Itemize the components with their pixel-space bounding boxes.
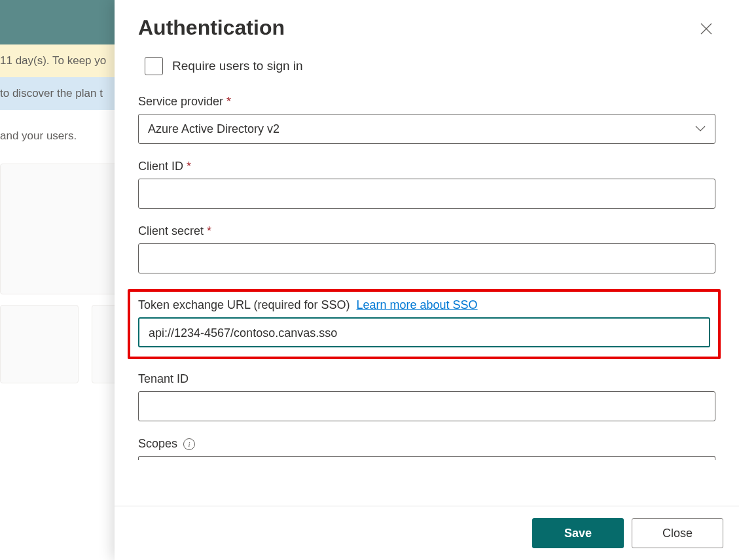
scopes-field: Scopes i	[138, 437, 715, 460]
tenant-id-label: Tenant ID	[138, 372, 715, 386]
panel-footer: Save Close	[115, 506, 739, 560]
token-exchange-input[interactable]: api://1234-4567/contoso.canvas.sso	[138, 317, 710, 347]
plan-banner-text: to discover the plan t	[0, 87, 103, 99]
close-panel-button[interactable]: Close	[632, 518, 723, 548]
close-icon	[700, 22, 713, 35]
service-provider-label: Service provider *	[138, 95, 715, 109]
client-id-input[interactable]	[138, 179, 715, 209]
panel-body: Authentication Require users to sign in …	[115, 0, 739, 506]
card	[0, 305, 79, 383]
panel-title: Authentication	[138, 16, 285, 40]
service-provider-value: Azure Active Directory v2	[148, 122, 279, 136]
close-button[interactable]	[697, 20, 715, 40]
required-mark: *	[207, 224, 211, 237]
panel-header: Authentication	[138, 16, 715, 40]
require-signin-checkbox[interactable]	[145, 57, 163, 75]
learn-more-sso-link[interactable]: Learn more about SSO	[357, 298, 478, 311]
service-provider-select[interactable]: Azure Active Directory v2	[138, 114, 715, 144]
token-exchange-value: api://1234-4567/contoso.canvas.sso	[149, 326, 337, 340]
tenant-id-field: Tenant ID	[138, 372, 715, 421]
scopes-label: Scopes i	[138, 437, 715, 451]
token-exchange-field: Token exchange URL (required for SSO) Le…	[138, 298, 710, 347]
card	[0, 164, 124, 294]
token-exchange-label: Token exchange URL (required for SSO) Le…	[138, 298, 710, 312]
authentication-panel: Authentication Require users to sign in …	[115, 0, 739, 560]
require-signin-label: Require users to sign in	[172, 59, 303, 73]
service-provider-field: Service provider * Azure Active Director…	[138, 95, 715, 144]
require-signin-row: Require users to sign in	[145, 57, 715, 75]
token-exchange-highlight: Token exchange URL (required for SSO) Le…	[128, 289, 721, 359]
save-button[interactable]: Save	[532, 518, 624, 548]
chevron-down-icon	[695, 126, 706, 132]
client-secret-field: Client secret *	[138, 224, 715, 273]
trial-banner-text: 11 day(s). To keep yo	[0, 54, 106, 67]
client-id-label: Client ID *	[138, 160, 715, 173]
info-icon[interactable]: i	[183, 438, 195, 450]
client-id-field: Client ID *	[138, 160, 715, 209]
scopes-input[interactable]	[138, 456, 715, 460]
required-mark: *	[187, 160, 191, 173]
client-secret-label: Client secret *	[138, 224, 715, 238]
client-secret-input[interactable]	[138, 243, 715, 273]
tenant-id-input[interactable]	[138, 391, 715, 421]
required-mark: *	[226, 95, 231, 108]
